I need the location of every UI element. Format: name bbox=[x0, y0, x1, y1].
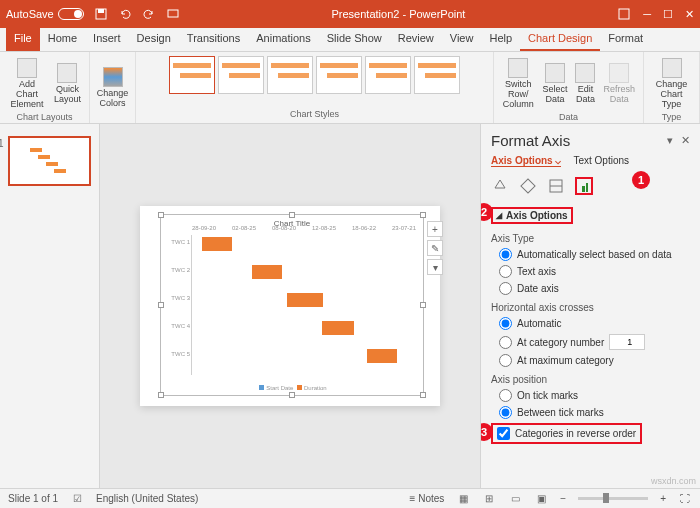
svg-rect-4 bbox=[521, 179, 535, 193]
fit-slide-icon[interactable]: ⛶ bbox=[678, 492, 692, 506]
ribbon-display-icon[interactable] bbox=[617, 7, 631, 21]
ribbon: Add Chart Element Quick Layout Chart Lay… bbox=[0, 52, 700, 124]
radio-automatic[interactable] bbox=[499, 317, 512, 330]
radio-at-max[interactable] bbox=[499, 354, 512, 367]
callout-1: 1 bbox=[632, 171, 650, 189]
autosave-toggle[interactable]: AutoSave bbox=[6, 8, 84, 20]
chart-object[interactable]: Chart Title TWC 1 TWC 2 TWC 3 TWC 4 TWC … bbox=[160, 214, 424, 396]
reading-view-icon[interactable]: ▭ bbox=[508, 492, 522, 506]
axis-options-icon[interactable] bbox=[575, 177, 593, 195]
start-slideshow-icon[interactable] bbox=[166, 7, 180, 21]
watermark: wsxdn.com bbox=[651, 476, 696, 486]
pane-options-icon[interactable]: ▾ bbox=[667, 134, 673, 147]
slide-indicator[interactable]: Slide 1 of 1 bbox=[8, 493, 58, 504]
chart-style-5[interactable] bbox=[365, 56, 411, 94]
pane-title: Format Axis bbox=[491, 132, 570, 149]
svg-rect-3 bbox=[619, 9, 629, 19]
tab-file[interactable]: File bbox=[6, 28, 40, 51]
tab-review[interactable]: Review bbox=[390, 28, 442, 51]
radio-auto-data[interactable] bbox=[499, 248, 512, 261]
chart-legend[interactable]: Start Date Duration bbox=[161, 385, 423, 391]
tab-design[interactable]: Design bbox=[129, 28, 179, 51]
slide-canvas[interactable]: Chart Title TWC 1 TWC 2 TWC 3 TWC 4 TWC … bbox=[100, 124, 480, 488]
chart-style-3[interactable] bbox=[267, 56, 313, 94]
axis-options-tab[interactable]: Axis Options ⌵ bbox=[491, 155, 561, 167]
zoom-slider[interactable] bbox=[578, 497, 648, 500]
svg-rect-1 bbox=[98, 9, 104, 13]
edit-data-button[interactable]: Edit Data bbox=[573, 61, 597, 107]
tab-help[interactable]: Help bbox=[481, 28, 520, 51]
effects-icon[interactable] bbox=[519, 177, 537, 195]
checkbox-reverse-order[interactable] bbox=[497, 427, 510, 440]
notes-button[interactable]: ≡ Notes bbox=[410, 493, 445, 504]
ribbon-tabs: File Home Insert Design Transitions Anim… bbox=[0, 28, 700, 52]
tab-view[interactable]: View bbox=[442, 28, 482, 51]
normal-view-icon[interactable]: ▦ bbox=[456, 492, 470, 506]
slide-thumbnail-1[interactable]: 1 bbox=[8, 136, 91, 186]
tab-chart-design[interactable]: Chart Design bbox=[520, 28, 600, 51]
chart-filters-button[interactable]: ▾ bbox=[427, 259, 443, 275]
chart-plot-area[interactable]: TWC 1 TWC 2 TWC 3 TWC 4 TWC 5 28-09-20 0… bbox=[191, 235, 417, 375]
spellcheck-icon[interactable]: ☑ bbox=[70, 492, 84, 506]
quick-layout-button[interactable]: Quick Layout bbox=[52, 61, 83, 107]
document-title: Presentation2 - PowerPoint bbox=[180, 8, 618, 20]
slide-thumbnail-panel: 1 bbox=[0, 124, 100, 488]
chart-styles-button[interactable]: ✎ bbox=[427, 240, 443, 256]
chart-style-6[interactable] bbox=[414, 56, 460, 94]
status-bar: Slide 1 of 1 ☑ English (United States) ≡… bbox=[0, 488, 700, 508]
redo-icon[interactable] bbox=[142, 7, 156, 21]
minimize-button[interactable]: ─ bbox=[643, 8, 651, 20]
svg-rect-7 bbox=[582, 186, 585, 192]
close-button[interactable]: ✕ bbox=[685, 8, 694, 21]
titlebar: AutoSave Presentation2 - PowerPoint ─ ☐ … bbox=[0, 0, 700, 28]
add-chart-element-button[interactable]: Add Chart Element bbox=[6, 56, 48, 112]
slide: Chart Title TWC 1 TWC 2 TWC 3 TWC 4 TWC … bbox=[140, 206, 440, 406]
radio-on-tick[interactable] bbox=[499, 389, 512, 402]
change-colors-button[interactable]: Change Colors bbox=[95, 65, 131, 111]
at-category-input[interactable] bbox=[609, 334, 645, 350]
svg-rect-8 bbox=[586, 183, 588, 192]
tab-slideshow[interactable]: Slide Show bbox=[319, 28, 390, 51]
text-options-tab[interactable]: Text Options bbox=[573, 155, 629, 167]
zoom-out-button[interactable]: − bbox=[560, 493, 566, 504]
format-axis-pane: Format Axis ▾ ✕ Axis Options ⌵ Text Opti… bbox=[480, 124, 700, 488]
tab-insert[interactable]: Insert bbox=[85, 28, 129, 51]
size-properties-icon[interactable] bbox=[547, 177, 565, 195]
radio-text-axis[interactable] bbox=[499, 265, 512, 278]
fill-line-icon[interactable] bbox=[491, 177, 509, 195]
radio-date-axis[interactable] bbox=[499, 282, 512, 295]
axis-options-section[interactable]: ◢Axis Options bbox=[491, 207, 573, 224]
svg-rect-2 bbox=[168, 10, 178, 17]
radio-between-tick[interactable] bbox=[499, 406, 512, 419]
tab-format[interactable]: Format bbox=[600, 28, 651, 51]
chart-style-2[interactable] bbox=[218, 56, 264, 94]
undo-icon[interactable] bbox=[118, 7, 132, 21]
sorter-view-icon[interactable]: ⊞ bbox=[482, 492, 496, 506]
chart-elements-button[interactable]: + bbox=[427, 221, 443, 237]
zoom-in-button[interactable]: + bbox=[660, 493, 666, 504]
language-status[interactable]: English (United States) bbox=[96, 493, 198, 504]
save-icon[interactable] bbox=[94, 7, 108, 21]
maximize-button[interactable]: ☐ bbox=[663, 8, 673, 21]
tab-transitions[interactable]: Transitions bbox=[179, 28, 248, 51]
chart-style-1[interactable] bbox=[169, 56, 215, 94]
slideshow-view-icon[interactable]: ▣ bbox=[534, 492, 548, 506]
select-data-button[interactable]: Select Data bbox=[540, 61, 569, 107]
chart-style-4[interactable] bbox=[316, 56, 362, 94]
refresh-data-button: Refresh Data bbox=[601, 61, 637, 107]
change-chart-type-button[interactable]: Change Chart Type bbox=[650, 56, 693, 112]
tab-home[interactable]: Home bbox=[40, 28, 85, 51]
radio-at-category[interactable] bbox=[499, 336, 512, 349]
switch-row-column-button[interactable]: Switch Row/ Column bbox=[500, 56, 536, 112]
pane-close-icon[interactable]: ✕ bbox=[681, 134, 690, 147]
tab-animations[interactable]: Animations bbox=[248, 28, 318, 51]
